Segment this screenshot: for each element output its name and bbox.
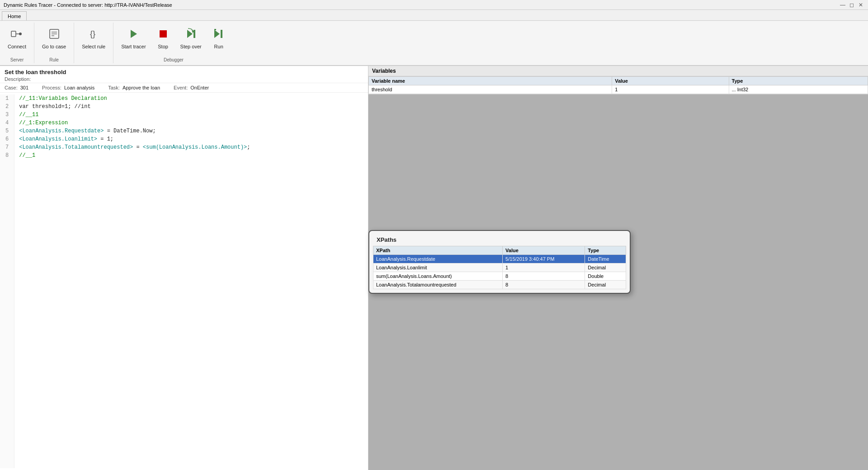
var-col-type: Type	[729, 77, 868, 85]
toolbar-buttons-debugger: Start tracer Stop	[117, 24, 230, 56]
xpath-result: 1	[503, 263, 585, 272]
toolbar-buttons-server: Connect	[4, 24, 30, 56]
xpath-col-type: Type	[585, 246, 626, 255]
line-number: 2	[4, 103, 10, 111]
variables-title: Variables	[368, 66, 868, 76]
case-field: Case: 301	[5, 85, 28, 90]
stop-icon	[157, 28, 170, 43]
xpath-row[interactable]: LoanAnalysis.Loanlimit 1 Decimal	[373, 263, 626, 272]
minimize-icon[interactable]: —	[839, 1, 846, 9]
toolbar-buttons-rule: Go to case	[38, 24, 70, 56]
line-number: 6	[4, 135, 10, 143]
svg-rect-0	[11, 31, 16, 37]
toolbar-buttons-selectrule: {} Select rule	[78, 24, 109, 56]
server-group-label: Server	[10, 56, 24, 62]
event-field: Event: OnEnter	[174, 85, 209, 90]
close-icon[interactable]: ✕	[857, 1, 864, 9]
run-label: Run	[214, 44, 223, 49]
task-value: Approve the loan	[123, 85, 160, 90]
left-panel: Set the loan threshold Description: Case…	[0, 66, 368, 470]
tabbar: Home	[0, 10, 868, 21]
code-line: <LoanAnalysis.Requestdate> = DateTime.No…	[19, 127, 363, 135]
left-header: Set the loan threshold Description:	[0, 66, 368, 83]
xpath-row[interactable]: LoanAnalysis.Totalamountrequested 8 Deci…	[373, 281, 626, 289]
connect-icon	[10, 28, 23, 43]
toolbar-group-debugger: Start tracer Stop	[113, 23, 234, 63]
gray-area: XPaths XPath Value Type LoanAnalysis.Req…	[368, 94, 868, 470]
left-title: Set the loan threshold	[5, 69, 363, 75]
starttracer-label: Start tracer	[121, 44, 146, 49]
xpaths-popup: XPaths XPath Value Type LoanAnalysis.Req…	[368, 230, 631, 294]
case-value: 301	[20, 85, 28, 90]
variable-indicator: ... Int32	[729, 85, 868, 94]
svg-text:{}: {}	[90, 29, 95, 38]
connect-button[interactable]: Connect	[4, 25, 30, 52]
svg-marker-8	[131, 30, 137, 38]
var-col-name: Variable name	[369, 77, 612, 85]
line-number: 3	[4, 111, 10, 119]
var-col-value: Value	[612, 77, 729, 85]
debugger-group-label: Debugger	[164, 56, 184, 62]
code-content: //_11:Variables Declarationvar threshold…	[14, 94, 368, 468]
svg-rect-14	[221, 30, 222, 38]
stepover-icon	[184, 28, 197, 43]
xpath-value: LoanAnalysis.Requestdate	[373, 255, 503, 263]
svg-rect-15	[214, 29, 216, 30]
variable-row[interactable]: threshold 1 ... Int32	[369, 85, 868, 94]
xpath-type: Decimal	[585, 263, 626, 272]
stop-label: Stop	[158, 44, 168, 49]
task-label: Task:	[108, 85, 120, 90]
xpath-row[interactable]: sum(LoanAnalysis.Loans.Amount) 8 Double	[373, 272, 626, 281]
case-label: Case:	[5, 85, 18, 90]
line-number: 4	[4, 119, 10, 127]
gotocase-label: Go to case	[42, 44, 66, 49]
rule-group-label: Rule	[49, 56, 59, 62]
code-line: <LoanAnalysis.Loanlimit> = 1;	[19, 135, 363, 143]
tab-home[interactable]: Home	[2, 11, 27, 20]
toolbar: Connect Server Go to case	[0, 21, 868, 66]
process-value: Loan analysis	[64, 85, 94, 90]
xpath-type: Double	[585, 272, 626, 281]
xpaths-title: XPaths	[373, 235, 626, 246]
toolbar-ribbon: Connect Server Go to case	[0, 21, 868, 65]
task-field: Task: Approve the loan	[108, 85, 160, 90]
gotocase-button[interactable]: Go to case	[38, 25, 70, 52]
event-value: OnEnter	[190, 85, 209, 90]
connect-label: Connect	[8, 44, 26, 49]
code-line: //_11:Variables Declaration	[19, 94, 363, 103]
toolbar-group-selectrule: {} Select rule	[74, 23, 113, 63]
restore-icon[interactable]: ◻	[848, 1, 855, 9]
left-description: Description:	[5, 76, 363, 82]
line-number: 7	[4, 143, 10, 151]
xpath-row[interactable]: LoanAnalysis.Requestdate 5/15/2019 3:40:…	[373, 255, 626, 263]
titlebar-controls: — ◻ ✕	[839, 1, 864, 9]
selectrule-button[interactable]: {} Select rule	[78, 25, 109, 52]
svg-rect-9	[160, 30, 167, 38]
xpath-value: LoanAnalysis.Loanlimit	[373, 263, 503, 272]
xpaths-table: XPath Value Type LoanAnalysis.Requestdat…	[373, 246, 626, 289]
code-line: //__11	[19, 111, 363, 119]
case-info: Case: 301 Process: Loan analysis Task: A…	[0, 83, 368, 93]
main: Set the loan threshold Description: Case…	[0, 66, 868, 470]
variables-section: Variables Variable name Value Type thres…	[368, 66, 868, 94]
process-field: Process: Loan analysis	[42, 85, 94, 90]
code-line: //_1:Expression	[19, 119, 363, 127]
run-button[interactable]: Run	[208, 25, 230, 52]
svg-point-2	[19, 33, 22, 35]
stop-button[interactable]: Stop	[152, 25, 175, 52]
variable-name: threshold	[369, 85, 612, 94]
line-numbers: 12345678	[0, 94, 14, 468]
titlebar-title: Dynamic Rules Tracer - Connected to serv…	[4, 2, 172, 8]
selectrule-icon: {}	[87, 28, 100, 43]
line-number: 1	[4, 94, 10, 103]
xpath-col-xpath: XPath	[373, 246, 503, 255]
toolbar-group-server: Connect Server	[0, 23, 34, 63]
line-number: 5	[4, 127, 10, 135]
xpath-type: DateTime	[585, 255, 626, 263]
stepover-button[interactable]: Step over	[176, 25, 206, 52]
starttracer-button[interactable]: Start tracer	[117, 25, 150, 52]
code-line: <LoanAnalysis.Totalamountrequested> = <s…	[19, 143, 363, 151]
code-area[interactable]: 12345678 //_11:Variables Declarationvar …	[0, 93, 368, 470]
right-panel: Variables Variable name Value Type thres…	[368, 66, 868, 470]
stepover-label: Step over	[180, 44, 202, 49]
